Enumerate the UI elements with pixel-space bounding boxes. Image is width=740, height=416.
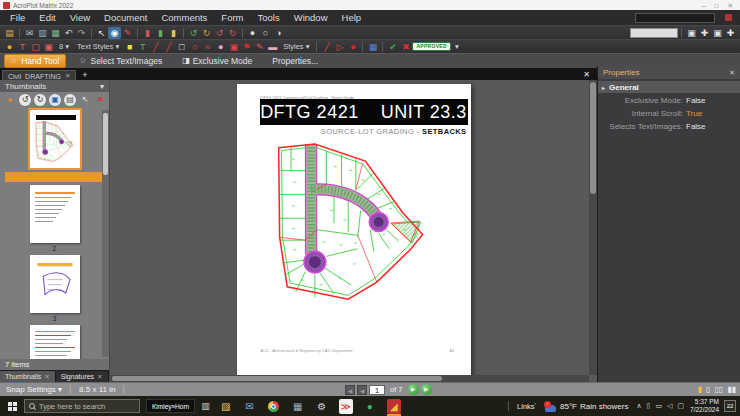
horizontal-scrollbar[interactable] [110,375,589,382]
text-box-icon[interactable]: T [16,41,29,53]
document-tab-close-icon[interactable]: ✕ [65,72,70,80]
menu-window[interactable]: Window [287,12,335,23]
tab-signatures-close-icon[interactable]: ✕ [97,373,102,381]
callout-icon[interactable]: ▢ [29,41,42,53]
square-icon[interactable]: ▣ [227,41,240,53]
previous-page-button[interactable]: ◀ [357,385,367,395]
styles-select[interactable]: Styles ▾ [279,42,313,51]
note-icon[interactable]: ▣ [42,41,55,53]
extract-page-icon[interactable]: ▤ [64,94,76,106]
page-replace-icon[interactable]: ▮ [167,27,180,39]
insert-text-icon[interactable]: T [136,41,149,53]
page-insert-icon[interactable]: ▮ [141,27,154,39]
rotate-ccw-icon[interactable]: ↺ [19,94,31,106]
menu-file[interactable]: File [3,12,32,23]
cloud-icon[interactable]: ≈ [201,41,214,53]
exclusive-mode-button[interactable]: ◨Exclusive Mode [176,55,258,67]
open-file-icon[interactable]: ▤ [3,27,16,39]
file-explorer-app[interactable]: ▨ [219,399,233,414]
tray-display-icon[interactable]: ▢ [677,402,684,410]
rotate-left-icon[interactable]: ↺ [187,27,200,39]
kimley-horn-button[interactable]: Kimley»Horn [146,399,195,413]
eraser-icon[interactable]: ▬ [266,41,279,53]
markup-pen-icon[interactable]: ✎ [121,27,134,39]
calculator-app[interactable]: ▦ [291,399,305,414]
menu-comments[interactable]: Comments [154,12,214,23]
snap-settings-button[interactable]: Snap Settings ▾ [6,385,62,394]
thumb-options-icon[interactable]: ● [4,94,16,106]
hand-pan-icon[interactable]: ◉ [108,27,121,39]
current-page-input[interactable]: 1 [369,385,385,395]
batch-export-icon[interactable]: ▣ [711,27,724,39]
select-text-button[interactable]: ☞Select Text/Images [74,55,168,67]
single-page-view-icon[interactable]: ▮ [698,384,702,396]
tab-thumbnails-close-icon[interactable]: ✕ [44,373,49,381]
maximize-button[interactable]: □ [715,1,719,10]
text-styles-select[interactable]: Text Styles ▾ [73,42,123,51]
adobe-app[interactable]: ≫ [339,399,353,414]
tray-volume-icon[interactable]: ◁ [667,402,672,410]
viewer-close-icon[interactable]: ✕ [583,70,590,79]
tab-signatures[interactable]: Signatures ✕ [56,371,108,382]
expand-arrow-icon[interactable]: ▸ [602,84,605,91]
menu-search-field[interactable] [635,13,715,23]
hand-tool-button[interactable]: ☞Hand Tool [4,54,66,68]
weather-widget[interactable]: ! 85°F Rain showers [544,401,628,412]
taskbar-clock[interactable]: 5:37 PM 7/22/2024 [690,398,719,415]
page-extract-icon[interactable]: ▮ [154,27,167,39]
menu-tools[interactable]: Tools [251,12,287,23]
tray-phone-icon[interactable]: ▯ [647,402,651,410]
pin-icon[interactable]: ⚑ [240,41,253,53]
zoom-level-field[interactable] [630,28,678,38]
document-viewer[interactable]: DFTG 2421 Commercial/Civil Drafting - St… [110,80,597,382]
outlook-app[interactable]: ✉ [243,399,257,414]
email-icon[interactable]: ✉ [23,27,36,39]
taskbar-search-input[interactable]: Type here to search [24,399,140,413]
dot-tool-icon[interactable]: ● [246,27,259,39]
task-view-icon[interactable]: ▥ [201,401,210,411]
circle-icon[interactable]: ○ [188,41,201,53]
thumbnail-page-3[interactable]: 3 [0,255,109,322]
menu-help-icon[interactable] [725,14,732,21]
reject-cross-icon[interactable]: ✖ [399,41,412,53]
links-toolbar[interactable]: Links▫ [508,401,544,411]
delete-page-icon[interactable]: ✖ [94,94,106,106]
last-page-button[interactable]: ▶ [421,384,432,395]
continuous-view-icon[interactable]: ▯ [706,384,710,396]
copy-icon[interactable]: ▥ [36,27,49,39]
thumbnail-page-2[interactable]: 2 [0,185,109,252]
chrome-app[interactable] [267,399,281,414]
pen-icon[interactable]: ╱ [149,41,162,53]
half-circle-tool-icon[interactable]: ◑ [272,27,285,39]
ellipse-icon[interactable]: ● [214,41,227,53]
first-page-button[interactable]: ◀ [345,385,355,395]
thumbnails-header[interactable]: Thumbnails ▾ [0,80,109,92]
facing-view-icon[interactable]: ▯▯ [714,384,723,396]
rotate-right-icon[interactable]: ↻ [200,27,213,39]
menu-view[interactable]: View [63,12,97,23]
approve-check-icon[interactable]: ✔ [386,41,399,53]
select-pages-icon[interactable]: ↖ [79,94,91,106]
settings-app[interactable]: ⚙ [315,399,329,414]
highlight-icon[interactable]: ■ [123,41,136,53]
menu-edit[interactable]: Edit [32,12,62,23]
rotate-cw-icon[interactable]: ↻ [34,94,46,106]
thumbnails-scrollbar[interactable] [102,110,109,357]
properties-group-general[interactable]: ▸ General [598,81,740,93]
chevron-down-icon[interactable]: ▾ [100,82,104,91]
tray-chevron-icon[interactable]: ∧ [636,402,641,410]
menu-form[interactable]: Form [214,12,250,23]
tab-thumbnails[interactable]: Thumbnails ✕ [0,371,55,382]
print-icon[interactable]: ▦ [49,27,62,39]
pencil-icon[interactable]: ✎ [253,41,266,53]
image-stamp-icon[interactable]: ▦ [366,41,379,53]
approved-stamp[interactable]: APPROVED [412,42,450,51]
properties-close-icon[interactable]: ✕ [729,69,735,77]
arrow-shape-icon[interactable]: ▷ [333,41,346,53]
tray-battery-icon[interactable]: ▭ [655,402,662,410]
insert-page-icon[interactable]: ▣ [49,94,61,106]
thumbnail-page-1[interactable] [0,110,109,182]
next-page-button[interactable]: ▶ [408,384,419,395]
vertical-scrollbar[interactable] [589,80,597,375]
batch-settings-icon[interactable]: ✚ [698,27,711,39]
